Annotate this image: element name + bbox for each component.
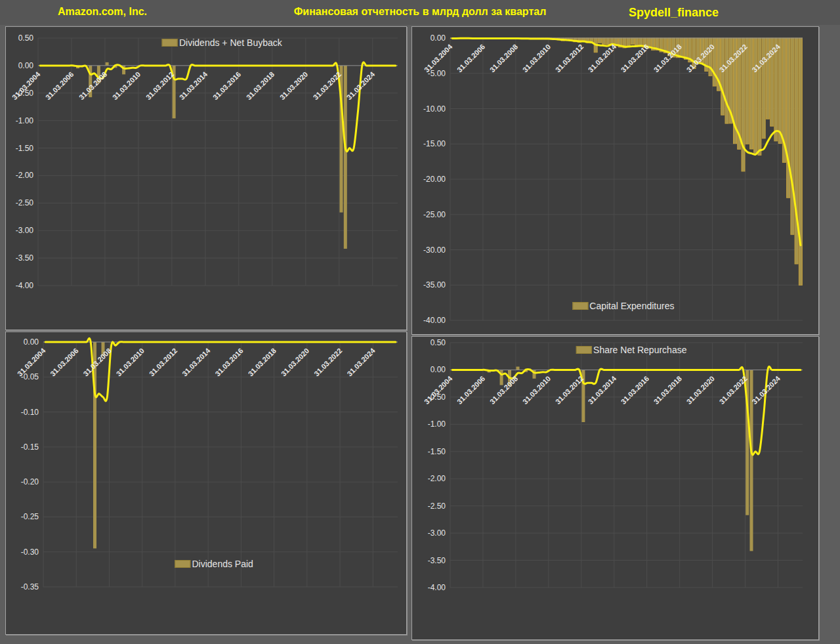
svg-text:31.03.2012: 31.03.2012 [554,374,585,405]
legend-swatch-icon [162,39,178,47]
svg-text:-15.00: -15.00 [423,139,446,148]
svg-text:0.00: 0.00 [24,337,39,347]
svg-text:31.03.2008: 31.03.2008 [488,374,519,405]
svg-text:31.03.2014: 31.03.2014 [587,42,618,74]
svg-text:-0.30: -0.30 [21,547,39,557]
svg-text:-2.50: -2.50 [16,198,34,207]
svg-text:31.03.2012: 31.03.2012 [554,43,585,74]
svg-text:31.03.2010: 31.03.2010 [521,43,552,74]
svg-text:31.03.2006: 31.03.2006 [455,43,486,74]
svg-text:-0.15: -0.15 [21,442,39,452]
legend-label: Dividends + Net Buyback [179,37,282,48]
svg-text:-0.20: -0.20 [21,477,39,486]
svg-text:-2.00: -2.00 [428,474,446,483]
svg-text:31.03.2024: 31.03.2024 [345,346,377,377]
svg-text:31.03.2018: 31.03.2018 [247,347,278,377]
svg-text:-4.00: -4.00 [16,281,34,290]
legend-swatch-icon [175,560,190,568]
svg-text:-1.50: -1.50 [428,447,446,456]
svg-text:-3.50: -3.50 [428,556,446,565]
legend-dividends-paid: Dividends Paid [175,559,253,569]
channel-title: Spydell_finance [629,6,719,20]
svg-text:-1.00: -1.00 [16,116,34,125]
svg-text:31.03.2010: 31.03.2010 [521,374,552,405]
svg-text:31.03.2016: 31.03.2016 [211,70,242,101]
svg-text:-1.00: -1.00 [428,419,446,429]
svg-text:-4.00: -4.00 [428,583,446,592]
chart-canvas-dividends-net-buyback[interactable]: 0.500.00-0.50-1.00-1.50-2.00-2.50-3.00-3… [6,27,406,330]
svg-text:0.00: 0.00 [18,61,34,70]
svg-text:-25.00: -25.00 [423,210,446,219]
svg-text:31.03.2014: 31.03.2014 [180,346,212,377]
chart-canvas-capital-expenditures[interactable]: 0.00-5.00-10.00-15.00-20.00-25.00-30.00-… [412,27,818,334]
svg-text:-35.00: -35.00 [423,280,446,290]
svg-text:-0.25: -0.25 [21,512,39,521]
svg-text:0.00: 0.00 [430,365,446,374]
chart-canvas-share-net-repurchase[interactable]: 0.500.00-0.50-1.00-1.50-2.00-2.50-3.00-3… [412,337,818,639]
legend-label: Capital Expenditures [589,301,674,311]
svg-text:-30.00: -30.00 [423,246,446,255]
svg-text:31.03.2006: 31.03.2006 [44,70,75,101]
svg-text:0.00: 0.00 [430,33,446,43]
svg-text:31.03.2016: 31.03.2016 [620,374,650,405]
svg-text:31.03.2006: 31.03.2006 [455,374,486,405]
legend-swatch-icon [572,302,588,310]
svg-text:31.03.2020: 31.03.2020 [278,70,309,101]
svg-text:-3.00: -3.00 [16,226,34,235]
svg-text:-3.50: -3.50 [16,253,34,263]
chart-panel-dividends-net-buyback[interactable]: 0.500.00-0.50-1.00-1.50-2.00-2.50-3.00-3… [5,26,407,330]
svg-text:31.03.2008: 31.03.2008 [488,43,519,74]
svg-text:31.03.2020: 31.03.2020 [685,374,716,405]
svg-text:0.50: 0.50 [18,33,34,43]
legend-swatch-icon [576,346,592,354]
svg-text:31.03.2014: 31.03.2014 [178,70,209,101]
svg-text:-2.00: -2.00 [16,171,34,180]
chart-panel-dividends-paid[interactable]: 0.00-0.05-0.10-0.15-0.20-0.25-0.30-0.353… [5,332,407,635]
chart-panel-share-net-repurchase[interactable]: 0.500.00-0.50-1.00-1.50-2.00-2.50-3.00-3… [411,336,819,640]
svg-text:31.03.2012: 31.03.2012 [144,70,175,101]
chart-canvas-dividends-paid[interactable]: 0.00-0.05-0.10-0.15-0.20-0.25-0.30-0.353… [6,332,406,634]
legend-dividends-net-buyback: Dividends + Net Buyback [162,37,282,48]
legend-share-net-repurchase: Share Net Repurchase [576,345,686,355]
svg-text:-10.00: -10.00 [423,104,446,114]
svg-text:31.03.2018: 31.03.2018 [652,374,683,405]
svg-text:-20.00: -20.00 [423,175,446,184]
legend-label: Dividends Paid [192,559,253,569]
header-bar: Amazon.com, Inc. Финансовая отчетность в… [0,0,840,25]
svg-text:31.03.2010: 31.03.2010 [115,347,146,377]
svg-text:31.03.2016: 31.03.2016 [213,347,244,377]
svg-text:31.03.2012: 31.03.2012 [148,347,178,377]
svg-text:31.03.2022: 31.03.2022 [312,347,343,377]
chart-panel-capital-expenditures[interactable]: 0.00-5.00-10.00-15.00-20.00-25.00-30.00-… [411,26,819,335]
svg-text:31.03.2010: 31.03.2010 [111,70,142,101]
svg-text:31.03.2020: 31.03.2020 [280,347,310,377]
svg-text:-0.10: -0.10 [21,408,39,417]
svg-text:-2.50: -2.50 [428,502,446,511]
svg-text:-3.00: -3.00 [428,528,446,538]
svg-text:0.50: 0.50 [430,338,446,347]
svg-text:-0.35: -0.35 [21,582,39,591]
svg-text:31.03.2006: 31.03.2006 [49,347,79,377]
legend-label: Share Net Repurchase [593,345,686,355]
svg-text:31.03.2008: 31.03.2008 [81,347,112,377]
svg-text:-1.50: -1.50 [16,144,34,153]
svg-text:31.03.2014: 31.03.2014 [587,374,618,406]
svg-text:31.03.2022: 31.03.2022 [312,70,343,101]
svg-text:31.03.2018: 31.03.2018 [245,70,276,101]
legend-capital-expenditures: Capital Expenditures [572,301,674,311]
svg-text:31.03.2022: 31.03.2022 [718,374,749,405]
svg-text:-40.00: -40.00 [423,316,446,325]
